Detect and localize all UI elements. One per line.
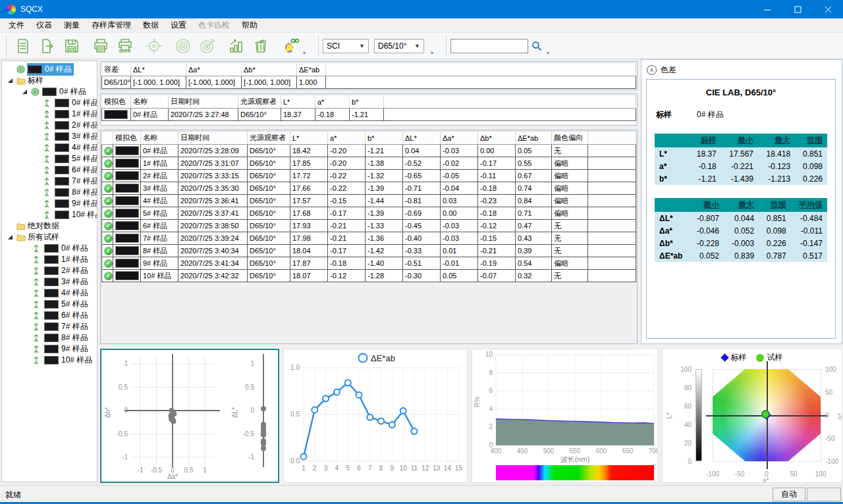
table-row[interactable]: ✓8# 样品2020/7/25 3:40:34D65/10°18.04-0.17… [102,245,636,257]
toolbar-overflow-icon[interactable]: ▾ [303,50,306,56]
tree-item[interactable]: 标样 [2,75,97,86]
tree-item[interactable]: 0# 样品 [2,86,97,97]
collapse-icon[interactable]: ∧ [647,65,657,75]
menu-color-card-check[interactable]: 色卡匹检 [192,18,236,33]
tree-item[interactable]: 6# 样品 [2,310,97,321]
table-row[interactable]: ✓1# 样品2020/7/25 3:31:07D65/10°17.85-0.20… [102,157,636,170]
sample-icon [43,110,54,119]
spectral-chart-panel[interactable]: 0246810400450500550600650700R%波长(nm) [472,349,658,483]
tree-item[interactable]: 10# 样品 [2,209,97,220]
svg-text:波长(nm): 波长(nm) [560,455,590,463]
tree-item[interactable]: 3# 样品 [2,131,97,142]
print-icon[interactable] [88,34,113,58]
column-header: L* [290,132,328,145]
tree-item[interactable]: 7# 样品 [2,321,97,332]
tree-item[interactable]: 1# 样品 [2,109,97,120]
minimize-button[interactable] [752,0,782,18]
delta-e-line-chart-panel[interactable]: 0.00.51.0123456789101112131415ΔE*ab [283,349,468,483]
expand-arrow-icon[interactable] [22,89,31,95]
tree-item[interactable]: 1# 样品 [2,254,97,265]
menu-instrument[interactable]: 仪器 [30,18,58,33]
table-row[interactable]: ✓6# 样品2020/7/25 3:38:50D65/10°17.93-0.21… [102,220,636,232]
tree-item[interactable]: 0# 样品 [2,97,97,109]
table-row[interactable]: ✓0# 样品2020/7/25 3:28:09D65/10°18.42-0.20… [102,145,636,157]
calibration-icon[interactable] [142,34,166,58]
delete-icon[interactable] [248,34,273,58]
export-icon[interactable] [35,34,59,58]
menu-data[interactable]: 数据 [137,18,165,33]
cell: 偏暗 [552,157,588,170]
cell: -0.22 [328,170,366,182]
tree-item[interactable]: 4# 样品 [2,142,97,153]
table-row[interactable]: ✓3# 样品2020/7/25 3:35:30D65/10°17.66-0.22… [102,182,636,195]
close-button[interactable] [813,0,843,18]
table-row[interactable]: ✓10# 样品2020/7/25 3:42:32D65/10°18.07-0.1… [102,270,636,282]
target-icon [16,65,27,74]
tree-item[interactable]: 5# 样品 [2,153,97,164]
table-row[interactable]: D65/10°[-1.000, 1.000][-1.000, 1.000][-1… [102,76,636,89]
table-row[interactable]: ✓5# 样品2020/7/25 3:37:41D65/10°17.68-0.17… [102,207,636,220]
expand-arrow-icon[interactable] [7,234,16,240]
color-card-search-icon[interactable] [277,34,302,58]
tree-item[interactable]: 9# 样品 [2,198,97,209]
tree-item[interactable]: 5# 样品 [2,299,97,310]
cell: -0.81 [403,195,441,207]
scatter-chart-panel[interactable]: 110.50.500-0.5-0.5-1-1Δb*Δa*10.50-0.5-1Δ… [100,349,279,483]
print-word-icon[interactable]: Word [113,34,137,58]
maximize-button[interactable] [782,0,813,18]
tree-item[interactable]: 4# 样品 [2,288,97,299]
statistics-icon[interactable] [224,34,248,58]
tree-item[interactable]: 6# 样品 [2,164,97,176]
tree-item[interactable]: 0# 样品 [2,243,97,254]
cell: 0.54 [516,257,552,270]
tree-item[interactable]: 8# 样品 [2,332,97,343]
search-input[interactable] [450,39,528,53]
expand-arrow-icon[interactable] [7,78,16,84]
color-swatch [115,196,139,205]
cell: D65/10° [248,145,290,157]
auto-mode-button[interactable]: 自动 [773,488,805,501]
table-row[interactable]: ✓7# 样品2020/7/25 3:39:24D65/10°17.98-0.21… [102,232,636,245]
status-cell: ✓ [102,157,113,170]
color-swatch [44,289,59,297]
svg-text:12: 12 [422,465,429,472]
new-document-icon[interactable] [11,34,35,58]
cell: 0.052 [724,224,759,237]
a-axis-tick: 50 [784,470,803,478]
color-swatch [115,271,139,280]
sci-dropdown[interactable]: SCI▼ [323,39,369,53]
tree-item[interactable]: 2# 样品 [2,265,97,276]
save-icon[interactable] [59,34,84,58]
tree-item[interactable]: 10# 样品 [2,355,97,366]
svg-text:R%: R% [474,397,481,407]
illuminant-dropdown[interactable]: D65/10°▼ [374,39,424,53]
menu-help[interactable]: 帮助 [236,18,263,33]
simulated-color-cell [113,145,141,157]
table-row[interactable]: ✓2# 样品2020/7/25 3:33:15D65/10°17.72-0.22… [102,170,636,182]
toolbar-overflow-icon[interactable]: ▾ [431,50,433,56]
menu-settings[interactable]: 设置 [165,18,192,33]
tree-item[interactable]: 7# 样品 [2,176,97,187]
menu-measure[interactable]: 测量 [58,18,86,33]
tree-item[interactable]: 2# 样品 [2,120,97,131]
search-icon[interactable] [528,38,545,54]
tree-item[interactable]: 8# 样品 [2,187,97,198]
tree-item[interactable]: 9# 样品 [2,343,97,355]
toolbar-overflow-icon[interactable]: ▾ [547,50,549,56]
tree-item[interactable]: 3# 样品 [2,276,97,288]
table-row[interactable]: ✓4# 样品2020/7/25 3:36:41D65/10°17.57-0.15… [102,195,636,207]
menu-file[interactable]: 文件 [3,18,30,33]
sample-icon [33,356,43,365]
table-row[interactable]: ✓9# 样品2020/7/25 3:41:34D65/10°17.87-0.18… [102,257,636,270]
tree-item[interactable]: 所有试样 [2,232,97,243]
cell: 无 [552,232,588,245]
tree-item[interactable]: 0# 样品 [2,64,97,75]
measure-standard-icon[interactable] [171,34,195,58]
table-row[interactable]: 0# 样品2020/7/25 3:27:48D65/10°18.37-0.18-… [102,109,636,121]
measure-sample-icon[interactable] [195,34,219,58]
menu-sample-library[interactable]: 存样库管理 [86,18,137,33]
tree-item[interactable]: 绝对数据 [2,220,97,232]
color-gamut-chart-panel[interactable]: 标样试样100806040200L*100500-50-100b*-100-50… [662,349,842,483]
cell: 17.72 [290,170,328,182]
cell: -0.02 [441,157,478,170]
